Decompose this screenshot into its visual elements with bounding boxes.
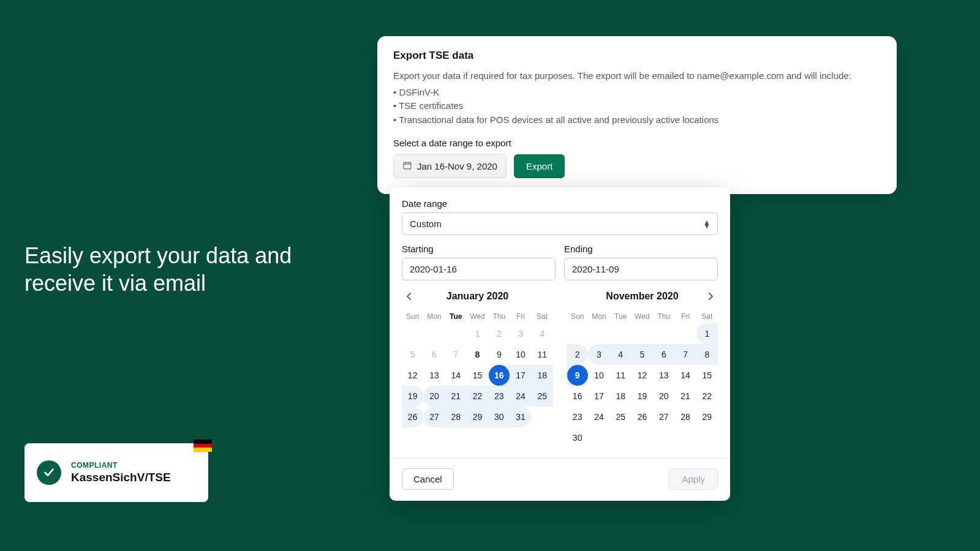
calendar-day[interactable]: 26 (631, 407, 653, 427)
calendar-day[interactable]: 21 (674, 386, 696, 407)
calendar-day[interactable]: 29 (467, 407, 488, 427)
calendar-day[interactable]: 3 (588, 344, 609, 365)
weekday-label: Thu (653, 310, 674, 323)
calendar-day[interactable]: 11 (532, 344, 553, 365)
calendar-day[interactable]: 25 (532, 386, 553, 407)
marketing-headline: Easily export your data and receive it v… (24, 242, 294, 297)
export-bullets: • DSFinV-K• TSE certificates• Transactio… (393, 86, 881, 127)
calendar-day[interactable]: 1 (696, 323, 718, 344)
prev-month-button[interactable] (402, 289, 417, 304)
calendar-day (588, 323, 609, 344)
germany-flag-icon (194, 440, 212, 452)
calendar-day[interactable]: 30 (488, 407, 510, 427)
month-title-1: January 2020 (447, 291, 508, 302)
calendar-day[interactable]: 14 (674, 365, 696, 386)
weekday-label: Tue (610, 310, 631, 323)
calendar-day[interactable]: 6 (423, 344, 445, 365)
calendar-day[interactable]: 19 (631, 386, 653, 407)
calendar-day[interactable]: 18 (532, 365, 553, 386)
calendar-day[interactable]: 2 (488, 323, 510, 344)
calendar-day[interactable]: 16 (488, 365, 510, 386)
calendar-day[interactable]: 13 (653, 365, 674, 386)
calendar-day[interactable]: 5 (631, 344, 653, 365)
calendar-day[interactable]: 9 (567, 365, 588, 386)
month-title-2: November 2020 (606, 291, 678, 302)
weekday-label: Sun (402, 310, 423, 323)
calendar-day[interactable]: 2 (567, 344, 588, 365)
calendar-day[interactable]: 25 (610, 407, 631, 427)
calendar-day[interactable]: 28 (674, 407, 696, 427)
weekday-label: Sat (532, 310, 553, 323)
calendar-day[interactable]: 6 (653, 344, 674, 365)
calendar-day (567, 323, 588, 344)
calendar-day[interactable]: 27 (653, 407, 674, 427)
next-month-button[interactable] (703, 289, 718, 304)
date-picker-popover: Date range Custom ▲▼ Starting Ending Jan… (390, 187, 730, 501)
calendar-day[interactable]: 21 (445, 386, 467, 407)
calendar-day[interactable]: 12 (631, 365, 653, 386)
calendar-day[interactable]: 11 (610, 365, 631, 386)
ending-input[interactable] (564, 258, 718, 280)
weekday-label: Fri (674, 310, 696, 323)
ending-label: Ending (564, 244, 718, 254)
calendar-day (610, 323, 631, 344)
date-range-button[interactable]: Jan 16-Nov 9, 2020 (393, 154, 507, 178)
calendar-day[interactable]: 12 (402, 365, 423, 386)
date-range-select[interactable]: Custom (402, 212, 718, 235)
calendar-day[interactable]: 4 (532, 323, 553, 344)
calendar-day[interactable]: 17 (588, 386, 609, 407)
calendar-day[interactable]: 9 (488, 344, 510, 365)
calendar-day[interactable]: 17 (510, 365, 531, 386)
weekday-label: Sat (696, 310, 718, 323)
calendar-day[interactable]: 24 (588, 407, 609, 427)
calendar-day (653, 323, 674, 344)
cancel-button[interactable]: Cancel (402, 468, 454, 490)
svg-rect-0 (404, 162, 411, 169)
compliant-card: COMPLIANT KassenSichV/TSE (24, 443, 208, 502)
starting-input[interactable] (402, 258, 556, 280)
calendar-day[interactable]: 13 (423, 365, 445, 386)
calendar-day[interactable]: 10 (588, 365, 609, 386)
calendar-day[interactable]: 20 (653, 386, 674, 407)
calendar-month-2: November 2020 SunMonTueWedThuFriSat 1234… (567, 288, 718, 448)
weekday-label: Fri (510, 310, 531, 323)
calendar-day (696, 427, 718, 448)
calendar-day (631, 323, 653, 344)
calendar-day[interactable]: 20 (423, 386, 445, 407)
calendar-day[interactable]: 16 (567, 386, 588, 407)
calendar-day[interactable]: 15 (467, 365, 488, 386)
calendar-day[interactable]: 8 (467, 344, 488, 365)
calendar-day[interactable]: 23 (488, 386, 510, 407)
starting-label: Starting (402, 244, 556, 254)
calendar-day[interactable]: 22 (696, 386, 718, 407)
calendar-day[interactable]: 28 (445, 407, 467, 427)
calendar-day[interactable]: 23 (567, 407, 588, 427)
calendar-day[interactable]: 7 (445, 344, 467, 365)
weekday-label: Sun (567, 310, 588, 323)
calendar-day[interactable]: 29 (696, 407, 718, 427)
calendar-day[interactable]: 15 (696, 365, 718, 386)
calendar-day[interactable]: 5 (402, 344, 423, 365)
calendar-day[interactable]: 27 (423, 407, 445, 427)
calendar-day[interactable]: 22 (467, 386, 488, 407)
export-bullet: • Transactional data for POS devices at … (393, 113, 881, 127)
calendar-day[interactable]: 14 (445, 365, 467, 386)
export-button[interactable]: Export (514, 154, 565, 178)
calendar-day[interactable]: 19 (402, 386, 423, 407)
calendar-day[interactable]: 3 (510, 323, 531, 344)
calendar-month-1: January 2020 SunMonTueWedThuFriSat 12345… (402, 288, 553, 448)
calendar-day[interactable]: 30 (567, 427, 588, 448)
calendar-day (532, 407, 553, 427)
calendar-day[interactable]: 10 (510, 344, 531, 365)
calendar-day[interactable]: 1 (467, 323, 488, 344)
calendar-day[interactable]: 26 (402, 407, 423, 427)
calendar-day[interactable]: 31 (510, 407, 531, 427)
apply-button[interactable]: Apply (669, 468, 718, 490)
calendar-day[interactable]: 24 (510, 386, 531, 407)
weekday-label: Mon (423, 310, 445, 323)
calendar-day[interactable]: 18 (610, 386, 631, 407)
calendar-icon (402, 160, 412, 172)
calendar-day[interactable]: 4 (610, 344, 631, 365)
calendar-day[interactable]: 8 (696, 344, 718, 365)
calendar-day[interactable]: 7 (674, 344, 696, 365)
